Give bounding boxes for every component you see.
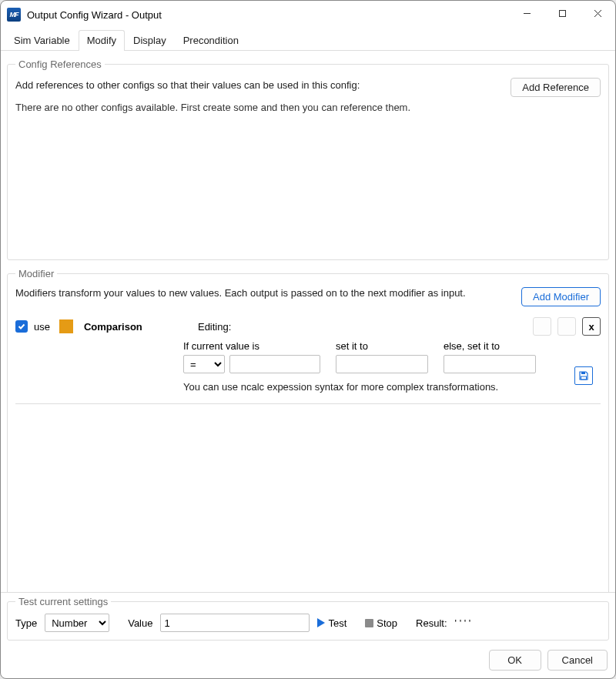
ncalc-hint: You can use ncalc expession syntax for m… (183, 381, 601, 393)
close-button[interactable] (580, 1, 615, 25)
operator-select[interactable]: = (183, 355, 225, 373)
use-label: use (34, 321, 50, 333)
maximize-button[interactable] (544, 1, 580, 25)
use-checkbox[interactable] (15, 320, 28, 333)
app-icon: MF (7, 8, 21, 22)
play-icon (317, 618, 325, 627)
set-label: set it to (336, 340, 428, 352)
tab-sim-variable[interactable]: Sim Variable (5, 30, 79, 51)
stop-button[interactable]: Stop (365, 617, 397, 629)
move-up-button[interactable] (533, 317, 551, 336)
result-value: ' ' ' ' (455, 617, 471, 629)
add-modifier-button[interactable]: Add Modifier (521, 287, 601, 306)
else-label: else, set it to (444, 340, 536, 352)
titlebar: MF Output Config Wizard - Output (1, 1, 615, 28)
modifier-divider (15, 403, 601, 404)
test-value-input[interactable] (160, 614, 310, 632)
config-references-legend: Config References (15, 59, 105, 70)
tab-display[interactable]: Display (125, 30, 175, 51)
content-area: Config References Add references to othe… (1, 51, 615, 592)
dialog-footer: OK Cancel (1, 645, 615, 678)
config-references-empty: There are no other configs available. Fi… (15, 102, 503, 113)
window: MF Output Config Wizard - Output Sim Var… (0, 0, 616, 679)
add-reference-button[interactable]: Add Reference (511, 78, 601, 97)
modifier-name: Comparison (84, 321, 192, 333)
value-label: Value (128, 617, 152, 629)
save-icon (578, 370, 589, 381)
minimize-button[interactable] (509, 1, 544, 25)
test-group: Test current settings Type Number Value … (7, 596, 609, 641)
else-value-input[interactable] (444, 355, 536, 373)
maximize-icon (558, 9, 567, 18)
modifier-color-swatch[interactable] (59, 319, 73, 333)
save-modifier-button[interactable] (574, 366, 593, 385)
move-down-button[interactable] (557, 317, 576, 336)
close-icon (594, 9, 602, 18)
type-select[interactable]: Number (45, 614, 109, 632)
config-references-desc: Add references to other configs so that … (15, 79, 503, 91)
tab-precondition[interactable]: Precondition (175, 30, 247, 51)
svg-rect-5 (581, 376, 587, 380)
modifier-row: use Comparison Editing: x If current va (15, 317, 601, 404)
compare-value-input[interactable] (229, 355, 320, 373)
modifier-legend: Modifier (15, 268, 57, 279)
minimize-icon (523, 9, 531, 18)
tab-modify[interactable]: Modify (79, 30, 125, 51)
editing-label: Editing: (198, 321, 231, 333)
test-legend: Test current settings (15, 596, 111, 607)
svg-rect-1 (559, 10, 565, 16)
set-value-input[interactable] (336, 355, 428, 373)
result-label: Result: (416, 617, 447, 629)
if-label: If current value is (183, 340, 320, 352)
svg-rect-4 (581, 372, 585, 374)
stop-icon (365, 619, 373, 627)
remove-modifier-button[interactable]: x (582, 317, 601, 336)
window-title: Output Config Wizard - Output (27, 9, 162, 21)
tabstrip: Sim Variable Modify Display Precondition (1, 28, 615, 51)
test-button[interactable]: Test (317, 617, 346, 629)
window-buttons (509, 1, 615, 28)
cancel-button[interactable]: Cancel (547, 650, 608, 671)
type-label: Type (15, 617, 37, 629)
modifier-desc: Modifiers transform your values to new v… (15, 287, 514, 299)
test-section: Test current settings Type Number Value … (1, 592, 615, 645)
config-references-group: Config References Add references to othe… (7, 59, 609, 260)
check-icon (18, 323, 25, 330)
modifier-group: Modifier Modifiers transform your values… (7, 268, 609, 592)
ok-button[interactable]: OK (489, 650, 541, 671)
